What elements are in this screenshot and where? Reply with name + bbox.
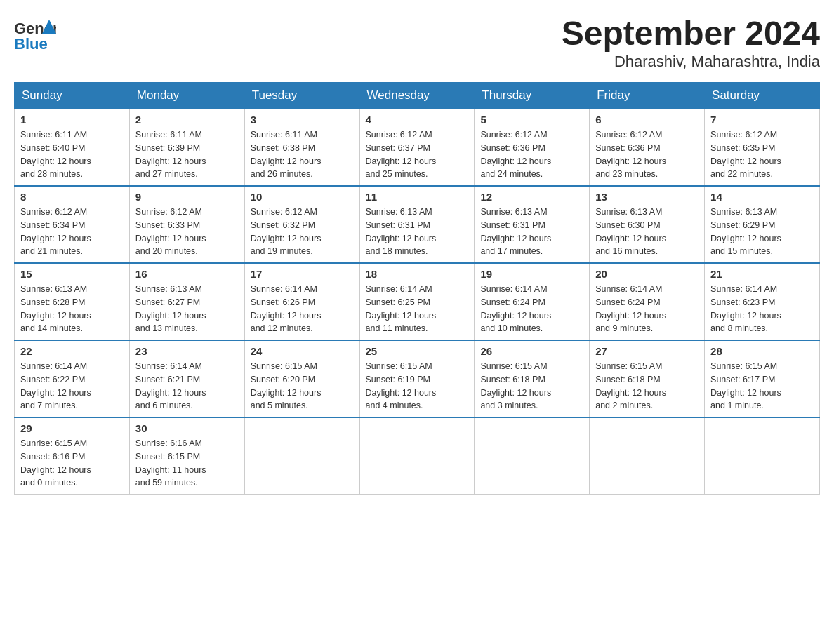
day-cell-14: 14Sunrise: 6:13 AMSunset: 6:29 PMDayligh… <box>705 186 820 263</box>
day-number: 7 <box>710 114 814 126</box>
day-cell-4: 4Sunrise: 6:12 AMSunset: 6:37 PMDaylight… <box>359 109 475 186</box>
day-cell-21: 21Sunrise: 6:14 AMSunset: 6:23 PMDayligh… <box>705 263 820 340</box>
day-cell-16: 16Sunrise: 6:13 AMSunset: 6:27 PMDayligh… <box>129 263 244 340</box>
day-number: 13 <box>595 191 699 203</box>
day-info: Sunrise: 6:13 AMSunset: 6:28 PMDaylight:… <box>20 283 124 335</box>
logo-icon: General Blue <box>14 14 56 53</box>
day-number: 6 <box>595 114 699 126</box>
page-header: General Blue September 2024 Dharashiv, M… <box>14 14 820 71</box>
day-info: Sunrise: 6:14 AMSunset: 6:26 PMDaylight:… <box>251 283 354 335</box>
day-info: Sunrise: 6:13 AMSunset: 6:29 PMDaylight:… <box>710 206 814 258</box>
day-cell-13: 13Sunrise: 6:13 AMSunset: 6:30 PMDayligh… <box>590 186 705 263</box>
day-number: 15 <box>20 268 124 280</box>
day-number: 21 <box>710 268 814 280</box>
day-cell-27: 27Sunrise: 6:15 AMSunset: 6:18 PMDayligh… <box>590 340 705 417</box>
column-header-monday: Monday <box>129 83 244 109</box>
day-cell-17: 17Sunrise: 6:14 AMSunset: 6:26 PMDayligh… <box>244 263 359 340</box>
day-cell-8: 8Sunrise: 6:12 AMSunset: 6:34 PMDaylight… <box>15 186 130 263</box>
day-number: 26 <box>480 345 583 357</box>
column-header-tuesday: Tuesday <box>244 83 359 109</box>
calendar-table: SundayMondayTuesdayWednesdayThursdayFrid… <box>14 82 820 495</box>
day-cell-26: 26Sunrise: 6:15 AMSunset: 6:18 PMDayligh… <box>475 340 590 417</box>
column-header-wednesday: Wednesday <box>359 83 475 109</box>
day-cell-11: 11Sunrise: 6:13 AMSunset: 6:31 PMDayligh… <box>359 186 475 263</box>
day-info: Sunrise: 6:12 AMSunset: 6:36 PMDaylight:… <box>595 128 699 181</box>
week-row-4: 22Sunrise: 6:14 AMSunset: 6:22 PMDayligh… <box>15 340 820 417</box>
week-row-1: 1Sunrise: 6:11 AMSunset: 6:40 PMDaylight… <box>15 109 820 186</box>
empty-cell <box>475 417 590 495</box>
day-info: Sunrise: 6:14 AMSunset: 6:24 PMDaylight:… <box>480 283 583 335</box>
day-number: 24 <box>251 345 354 357</box>
day-number: 8 <box>20 191 124 203</box>
day-info: Sunrise: 6:15 AMSunset: 6:16 PMDaylight:… <box>20 437 124 490</box>
day-info: Sunrise: 6:11 AMSunset: 6:40 PMDaylight:… <box>20 128 124 181</box>
day-info: Sunrise: 6:12 AMSunset: 6:36 PMDaylight:… <box>480 128 583 181</box>
day-cell-6: 6Sunrise: 6:12 AMSunset: 6:36 PMDaylight… <box>590 109 705 186</box>
day-info: Sunrise: 6:13 AMSunset: 6:31 PMDaylight:… <box>366 206 469 258</box>
week-row-2: 8Sunrise: 6:12 AMSunset: 6:34 PMDaylight… <box>15 186 820 263</box>
empty-cell <box>244 417 359 495</box>
month-title: September 2024 <box>562 14 820 53</box>
day-info: Sunrise: 6:15 AMSunset: 6:17 PMDaylight:… <box>710 360 814 412</box>
column-header-sunday: Sunday <box>15 83 130 109</box>
day-info: Sunrise: 6:15 AMSunset: 6:20 PMDaylight:… <box>251 360 354 412</box>
day-info: Sunrise: 6:15 AMSunset: 6:18 PMDaylight:… <box>595 360 699 412</box>
logo: General Blue <box>14 14 56 53</box>
day-cell-15: 15Sunrise: 6:13 AMSunset: 6:28 PMDayligh… <box>15 263 130 340</box>
day-info: Sunrise: 6:12 AMSunset: 6:33 PMDaylight:… <box>135 206 239 258</box>
day-cell-23: 23Sunrise: 6:14 AMSunset: 6:21 PMDayligh… <box>129 340 244 417</box>
day-info: Sunrise: 6:14 AMSunset: 6:22 PMDaylight:… <box>20 360 124 412</box>
day-info: Sunrise: 6:14 AMSunset: 6:24 PMDaylight:… <box>595 283 699 335</box>
day-number: 1 <box>20 114 124 126</box>
day-number: 27 <box>595 345 699 357</box>
day-cell-18: 18Sunrise: 6:14 AMSunset: 6:25 PMDayligh… <box>359 263 475 340</box>
day-number: 17 <box>251 268 354 280</box>
day-info: Sunrise: 6:13 AMSunset: 6:27 PMDaylight:… <box>135 283 239 335</box>
column-header-friday: Friday <box>590 83 705 109</box>
day-number: 16 <box>135 268 239 280</box>
day-cell-29: 29Sunrise: 6:15 AMSunset: 6:16 PMDayligh… <box>15 417 130 495</box>
day-cell-28: 28Sunrise: 6:15 AMSunset: 6:17 PMDayligh… <box>705 340 820 417</box>
week-row-5: 29Sunrise: 6:15 AMSunset: 6:16 PMDayligh… <box>15 417 820 495</box>
day-cell-19: 19Sunrise: 6:14 AMSunset: 6:24 PMDayligh… <box>475 263 590 340</box>
day-number: 2 <box>135 114 239 126</box>
day-number: 9 <box>135 191 239 203</box>
day-info: Sunrise: 6:13 AMSunset: 6:31 PMDaylight:… <box>480 206 583 258</box>
column-header-thursday: Thursday <box>475 83 590 109</box>
svg-text:Blue: Blue <box>14 35 48 53</box>
day-cell-22: 22Sunrise: 6:14 AMSunset: 6:22 PMDayligh… <box>15 340 130 417</box>
day-cell-30: 30Sunrise: 6:16 AMSunset: 6:15 PMDayligh… <box>129 417 244 495</box>
day-cell-1: 1Sunrise: 6:11 AMSunset: 6:40 PMDaylight… <box>15 109 130 186</box>
day-number: 3 <box>251 114 354 126</box>
day-info: Sunrise: 6:12 AMSunset: 6:32 PMDaylight:… <box>251 206 354 258</box>
day-info: Sunrise: 6:14 AMSunset: 6:25 PMDaylight:… <box>366 283 469 335</box>
day-number: 22 <box>20 345 124 357</box>
day-number: 10 <box>251 191 354 203</box>
day-cell-5: 5Sunrise: 6:12 AMSunset: 6:36 PMDaylight… <box>475 109 590 186</box>
day-number: 4 <box>366 114 469 126</box>
empty-cell <box>590 417 705 495</box>
day-info: Sunrise: 6:15 AMSunset: 6:18 PMDaylight:… <box>480 360 583 412</box>
empty-cell <box>359 417 475 495</box>
day-number: 11 <box>366 191 469 203</box>
day-cell-25: 25Sunrise: 6:15 AMSunset: 6:19 PMDayligh… <box>359 340 475 417</box>
day-info: Sunrise: 6:11 AMSunset: 6:38 PMDaylight:… <box>251 128 354 181</box>
day-info: Sunrise: 6:15 AMSunset: 6:19 PMDaylight:… <box>366 360 469 412</box>
week-row-3: 15Sunrise: 6:13 AMSunset: 6:28 PMDayligh… <box>15 263 820 340</box>
day-number: 28 <box>710 345 814 357</box>
day-cell-10: 10Sunrise: 6:12 AMSunset: 6:32 PMDayligh… <box>244 186 359 263</box>
day-number: 14 <box>710 191 814 203</box>
day-info: Sunrise: 6:14 AMSunset: 6:23 PMDaylight:… <box>710 283 814 335</box>
day-number: 20 <box>595 268 699 280</box>
day-info: Sunrise: 6:13 AMSunset: 6:30 PMDaylight:… <box>595 206 699 258</box>
day-info: Sunrise: 6:16 AMSunset: 6:15 PMDaylight:… <box>135 437 239 490</box>
day-info: Sunrise: 6:14 AMSunset: 6:21 PMDaylight:… <box>135 360 239 412</box>
day-number: 25 <box>366 345 469 357</box>
day-cell-2: 2Sunrise: 6:11 AMSunset: 6:39 PMDaylight… <box>129 109 244 186</box>
day-cell-24: 24Sunrise: 6:15 AMSunset: 6:20 PMDayligh… <box>244 340 359 417</box>
day-number: 5 <box>480 114 583 126</box>
day-cell-9: 9Sunrise: 6:12 AMSunset: 6:33 PMDaylight… <box>129 186 244 263</box>
day-number: 29 <box>20 422 124 434</box>
location: Dharashiv, Maharashtra, India <box>562 53 820 71</box>
day-cell-12: 12Sunrise: 6:13 AMSunset: 6:31 PMDayligh… <box>475 186 590 263</box>
